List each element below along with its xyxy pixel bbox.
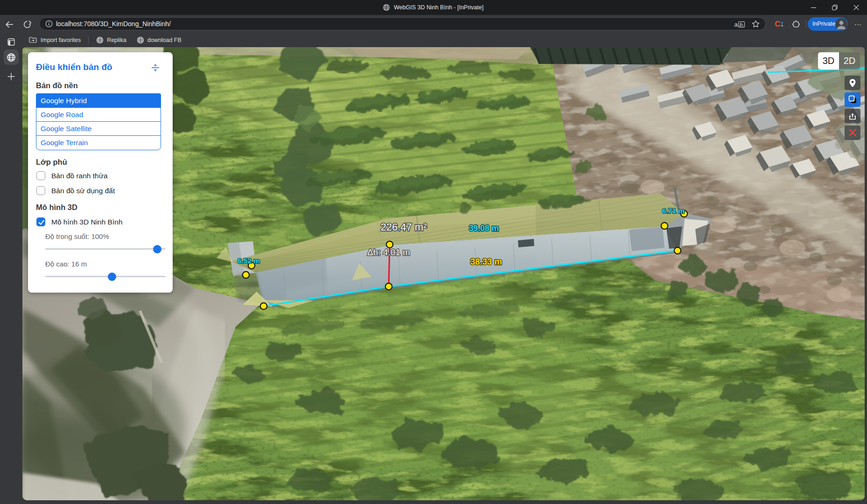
svg-text:Δh: 4.01 m: Δh: 4.01 m [367,247,410,257]
svg-text:6.52 m: 6.52 m [238,257,260,265]
svg-text:39.08 m: 39.08 m [469,224,499,233]
svg-text:38.33 m: 38.33 m [470,257,502,266]
svg-text:6.71 m: 6.71 m [662,207,685,215]
svg-text:226.47 m²: 226.47 m² [380,221,427,233]
